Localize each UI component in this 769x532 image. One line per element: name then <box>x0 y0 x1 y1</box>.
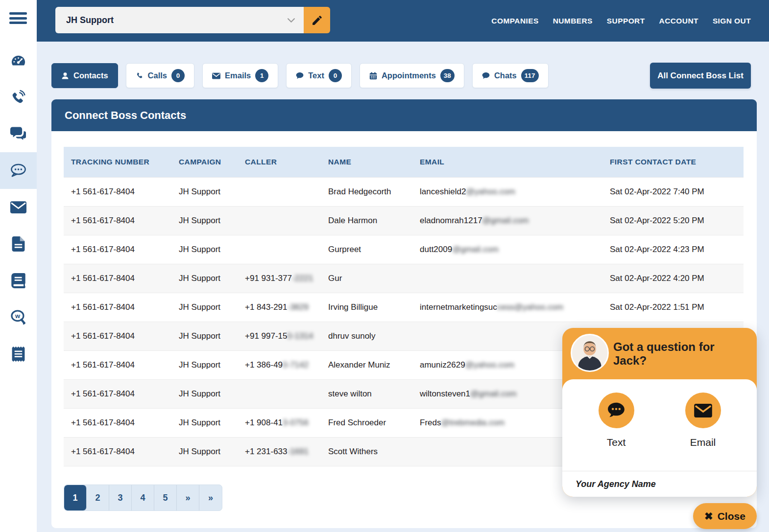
cell-name: Scott Withers <box>321 437 412 466</box>
sidebar-item-text-messages[interactable] <box>0 152 37 189</box>
sidebar-item-dashboard[interactable] <box>0 42 37 79</box>
cell-caller: +1 231-633-1691 <box>238 437 321 466</box>
cell-caller: +1 843-291-3829 <box>238 293 321 322</box>
tab-label: Chats <box>494 71 517 80</box>
company-select-dropdown[interactable]: JH Support <box>55 7 304 33</box>
document-icon <box>10 236 26 252</box>
sidebar-item-emails[interactable] <box>0 189 37 226</box>
cell-tracking-number: +1 561-617-8404 <box>64 322 171 350</box>
tab-label: Calls <box>148 71 167 80</box>
close-x-icon: ✖ <box>704 510 713 522</box>
cell-first-contact-date: Sat 02-Apr-2022 1:51 PM <box>602 293 744 322</box>
panel-title: Connect Boss Contacts <box>51 99 757 131</box>
cell-tracking-number: +1 561-617-8404 <box>64 235 171 264</box>
sidebar-item-keyword-search[interactable]: w <box>0 299 37 336</box>
pagination-page[interactable]: 2 <box>87 485 109 510</box>
nav-companies[interactable]: COMPANIES <box>491 17 538 25</box>
cell-tracking-number: +1 561-617-8404 <box>64 408 171 437</box>
pagination-page[interactable]: 5 <box>154 485 177 510</box>
cell-first-contact-date: Sat 02-Apr-2022 4:20 PM <box>602 264 744 293</box>
col-first-contact-date: FIRST CONTACT DATE <box>602 147 744 177</box>
cell-name: dhruv sunoly <box>321 322 412 350</box>
widget-email-button[interactable]: Email <box>685 393 721 448</box>
sidebar-item-directory[interactable] <box>0 262 37 299</box>
tab-count-badge: 117 <box>521 69 539 82</box>
nav-account[interactable]: ACCOUNT <box>659 17 698 25</box>
cell-tracking-number: +1 561-617-8404 <box>64 264 171 293</box>
envelope-icon <box>212 72 220 79</box>
cell-tracking-number: +1 561-617-8404 <box>64 206 171 235</box>
cell-caller <box>238 206 321 235</box>
pagination-page[interactable]: 4 <box>132 485 154 510</box>
cell-campaign: JH Support <box>171 379 238 408</box>
pagination-page[interactable]: » <box>177 485 199 510</box>
cell-email: lanceshield2@yahoo.com <box>412 177 602 206</box>
cell-campaign: JH Support <box>171 437 238 466</box>
cell-campaign: JH Support <box>171 177 238 206</box>
cell-email: internetmarketingsuccess@yahoo.com <box>412 293 602 322</box>
pagination: 12345»» <box>64 485 222 511</box>
edit-company-button[interactable] <box>304 7 330 33</box>
cell-tracking-number: +1 561-617-8404 <box>64 293 171 322</box>
cell-name: Dale Harmon <box>321 206 412 235</box>
sidebar: w <box>0 0 37 532</box>
book-icon <box>10 273 26 288</box>
phone-volume-icon <box>10 90 26 105</box>
cell-first-contact-date: Sat 02-Apr-2022 4:23 PM <box>602 235 744 264</box>
cell-caller: +1 386-490-7142 <box>238 350 321 379</box>
cell-caller <box>238 379 321 408</box>
tab-appointments[interactable]: Appointments 38 <box>360 63 464 88</box>
nav-support[interactable]: SUPPORT <box>607 17 645 25</box>
cell-tracking-number: +1 561-617-8404 <box>64 437 171 466</box>
jack-photo-image <box>572 335 607 370</box>
tab-emails[interactable]: Emails 1 <box>202 63 278 88</box>
cell-name: steve wilton <box>321 379 412 408</box>
cell-name: Gurpreet <box>321 235 412 264</box>
col-caller: CALLER <box>238 147 321 177</box>
sms-bubble-icon <box>599 393 634 428</box>
cell-email: eladnomrah1217@gmail.com <box>412 206 602 235</box>
tab-chats[interactable]: Chats 117 <box>472 63 549 88</box>
cell-name: Irving Billigue <box>321 293 412 322</box>
tab-label: Contacts <box>73 71 108 80</box>
user-icon <box>61 72 69 80</box>
all-connect-boss-list-button[interactable]: All Connect Boss List <box>650 63 751 89</box>
col-campaign: CAMPAIGN <box>171 147 238 177</box>
dashboard-gauge-icon <box>10 53 26 68</box>
widget-text-label: Text <box>607 437 626 448</box>
tab-contacts[interactable]: Contacts <box>51 63 118 88</box>
pagination-page[interactable]: » <box>199 485 222 510</box>
tab-text[interactable]: Text 0 <box>286 63 352 88</box>
nav-sign-out[interactable]: SIGN OUT <box>713 17 751 25</box>
sidebar-item-documents[interactable] <box>0 226 37 262</box>
cell-tracking-number: +1 561-617-8404 <box>64 350 171 379</box>
widget-close-button[interactable]: ✖ Close <box>693 503 757 529</box>
svg-text:w: w <box>15 312 21 320</box>
comment-icon <box>296 72 304 79</box>
nav-numbers[interactable]: NUMBERS <box>553 17 593 25</box>
cell-campaign: JH Support <box>171 235 238 264</box>
col-tracking-number: TRACKING NUMBER <box>64 147 171 177</box>
sidebar-item-billing[interactable] <box>0 336 37 372</box>
cell-caller <box>238 177 321 206</box>
widget-text-button[interactable]: Text <box>599 393 634 448</box>
table-row: +1 561-617-8404 JH Support Gurpreet dutt… <box>64 235 744 264</box>
table-row: +1 561-617-8404 JH Support +91 931-377-2… <box>64 264 744 293</box>
pagination-page[interactable]: 1 <box>64 485 87 510</box>
cell-tracking-number: +1 561-617-8404 <box>64 177 171 206</box>
cell-caller <box>238 235 321 264</box>
chat-comments-icon <box>10 126 26 141</box>
cell-first-contact-date: Sat 02-Apr-2022 7:40 PM <box>602 177 744 206</box>
sidebar-item-chats[interactable] <box>0 116 37 152</box>
table-header-row: TRACKING NUMBER CAMPAIGN CALLER NAME EMA… <box>64 147 744 177</box>
phone-icon <box>136 72 144 80</box>
top-header-bar: JH Support COMPANIES NUMBERS SUPPORT ACC… <box>37 0 769 42</box>
tab-calls[interactable]: Calls 0 <box>126 63 194 88</box>
pagination-page[interactable]: 3 <box>109 485 132 510</box>
company-select-value: JH Support <box>66 15 114 25</box>
col-email: EMAIL <box>412 147 602 177</box>
hamburger-menu-icon[interactable] <box>9 12 27 26</box>
jack-avatar <box>571 334 609 372</box>
envelope-icon <box>685 393 721 428</box>
sidebar-item-calls[interactable] <box>0 79 37 116</box>
